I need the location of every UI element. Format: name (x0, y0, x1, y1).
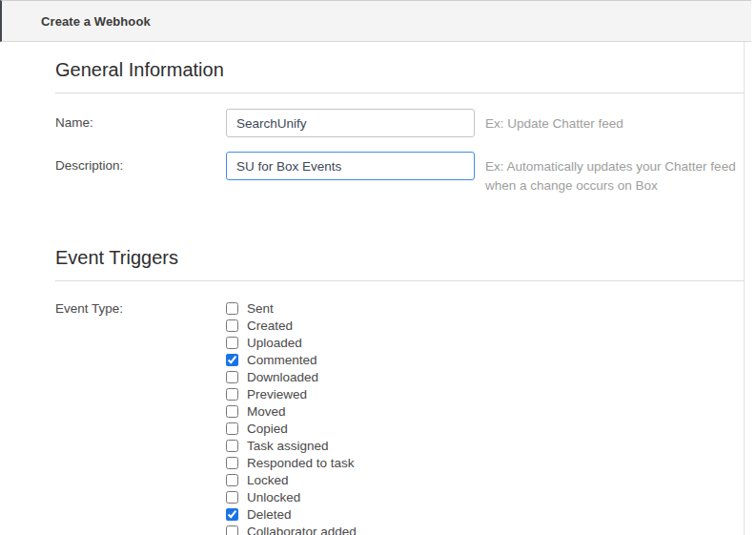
event-option-downloaded[interactable]: Downloaded (226, 368, 744, 385)
event-option-deleted[interactable]: Deleted (226, 505, 744, 523)
name-field-row: Name: Ex: Update Chatter feed (55, 109, 744, 137)
checkbox-previewed[interactable] (226, 388, 238, 401)
description-field-row: Description: Ex: Automatically updates y… (55, 152, 744, 195)
event-option-label: Uploaded (247, 336, 302, 350)
checkbox-commented[interactable] (226, 354, 238, 366)
event-option-collaborator-added[interactable]: Collaborator added (226, 523, 744, 535)
event-option-label: Commented (247, 353, 317, 367)
event-option-responded-to-task[interactable]: Responded to task (226, 454, 744, 471)
description-input[interactable] (226, 152, 475, 180)
event-option-label: Task assigned (247, 439, 329, 453)
event-option-task-assigned[interactable]: Task assigned (226, 437, 744, 454)
event-option-label: Moved (247, 404, 286, 419)
event-triggers-heading: Event Triggers (55, 246, 744, 269)
event-option-unlocked[interactable]: Unlocked (226, 488, 744, 505)
dialog-header: Create a Webhook (0, 0, 751, 42)
event-option-label: Responded to task (247, 456, 355, 470)
event-option-uploaded[interactable]: Uploaded (226, 334, 744, 351)
event-option-label: Previewed (247, 387, 307, 401)
checkbox-deleted[interactable] (226, 508, 238, 521)
event-option-label: Locked (247, 473, 289, 487)
event-option-label: Created (247, 319, 293, 333)
event-option-moved[interactable]: Moved (226, 402, 744, 420)
event-option-label: Sent (247, 301, 274, 316)
checkbox-downloaded[interactable] (226, 371, 238, 383)
section-divider (55, 280, 744, 281)
event-option-commented[interactable]: Commented (226, 351, 744, 368)
event-option-previewed[interactable]: Previewed (226, 385, 744, 402)
event-option-label: Deleted (247, 507, 292, 522)
checkbox-copied[interactable] (226, 422, 238, 435)
event-type-list: SentCreatedUploadedCommentedDownloadedPr… (226, 299, 744, 535)
section-divider (55, 93, 744, 93)
event-option-created[interactable]: Created (226, 317, 744, 334)
event-option-copied[interactable]: Copied (226, 420, 744, 437)
checkbox-locked[interactable] (226, 474, 238, 486)
checkbox-unlocked[interactable] (226, 491, 238, 504)
name-label: Name: (55, 109, 226, 130)
form-panel: General Information Name: Ex: Update Cha… (0, 42, 745, 535)
name-input[interactable] (226, 109, 475, 137)
event-type-row: Event Type: SentCreatedUploadedCommented… (55, 299, 744, 535)
event-option-label: Unlocked (247, 490, 300, 504)
description-label: Description: (55, 152, 226, 173)
create-webhook-dialog: Create a Webhook General Information Nam… (0, 0, 756, 535)
checkbox-uploaded[interactable] (226, 337, 238, 349)
event-option-sent[interactable]: Sent (226, 299, 744, 317)
checkbox-responded-to-task[interactable] (226, 457, 238, 469)
checkbox-moved[interactable] (226, 405, 238, 418)
event-option-label: Downloaded (247, 370, 318, 384)
checkbox-task-assigned[interactable] (226, 440, 238, 452)
event-type-label: Event Type: (55, 299, 226, 316)
description-hint: Ex: Automatically updates your Chatter f… (475, 152, 744, 195)
checkbox-collaborator-added[interactable] (226, 525, 238, 535)
general-information-heading: General Information (55, 58, 744, 81)
dialog-title: Create a Webhook (41, 14, 151, 29)
event-option-locked[interactable]: Locked (226, 471, 744, 488)
event-option-label: Copied (247, 422, 288, 436)
checkbox-sent[interactable] (226, 302, 238, 315)
name-hint: Ex: Update Chatter feed (475, 109, 744, 134)
checkbox-created[interactable] (226, 319, 238, 332)
event-option-label: Collaborator added (247, 525, 357, 535)
